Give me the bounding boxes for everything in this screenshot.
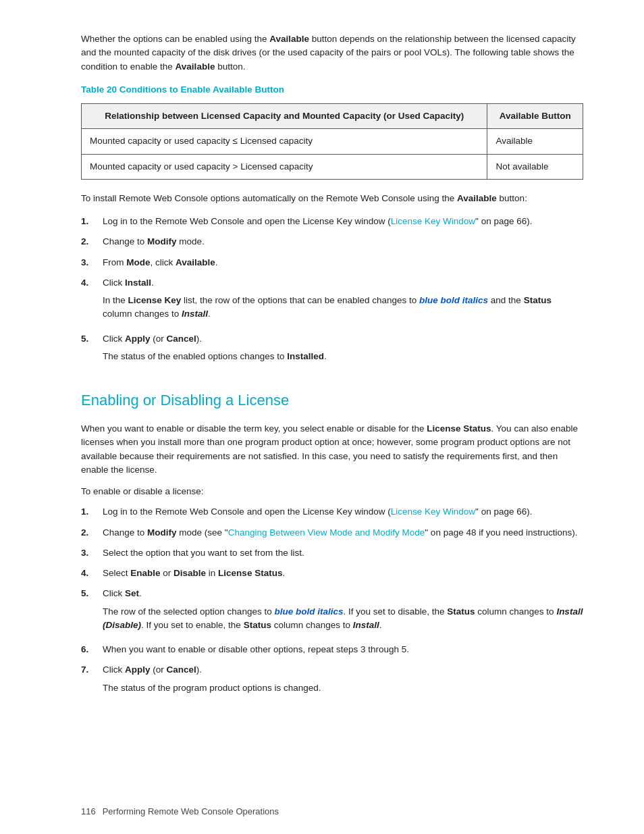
- table-title: Table 20 Conditions to Enable Available …: [81, 83, 583, 97]
- enable-step-content-3: Select the option that you want to set f…: [103, 546, 583, 560]
- license-key-window-link-1[interactable]: License Key Window: [391, 216, 475, 226]
- step-num-3: 3.: [81, 256, 100, 269]
- enable-step-6: 6. When you want to enable or disable ot…: [81, 643, 583, 656]
- install-intro-text2: button:: [497, 193, 527, 203]
- enable-step-7: 7. Click Apply (or Cancel). The status o…: [81, 663, 583, 699]
- step-content-2: Change to Modify mode.: [103, 235, 583, 249]
- enable-step-content-2: Change to Modify mode (see "Changing Bet…: [103, 526, 583, 540]
- section2-heading: Enabling or Disabling a License: [81, 389, 583, 411]
- changing-modes-link[interactable]: Changing Between View Mode and Modify Mo…: [228, 527, 425, 538]
- footer-page: 116: [81, 805, 96, 818]
- page: Whether the options can be enabled using…: [0, 0, 644, 834]
- enable-step-content-4: Select Enable or Disable in License Stat…: [103, 567, 583, 580]
- intro-text3: button.: [215, 61, 245, 72]
- step-num-1: 1.: [81, 215, 100, 228]
- enable-step-num-2: 2.: [81, 526, 100, 540]
- step-num-5: 5.: [81, 332, 100, 346]
- install-step-1: 1. Log in to the Remote Web Console and …: [81, 215, 583, 228]
- step-num-2: 2.: [81, 235, 100, 249]
- step-content-4: Click Install. In the License Key list, …: [103, 276, 583, 325]
- enable-step-content-6: When you want to enable or disable other…: [103, 643, 583, 656]
- table-col1-header: Relationship between Licensed Capacity a…: [82, 104, 487, 129]
- table-row: Mounted capacity or used capacity > Lice…: [82, 154, 583, 179]
- install-steps-list: 1. Log in to the Remote Web Console and …: [81, 215, 583, 367]
- footer-title: Performing Remote Web Console Operations: [103, 805, 279, 818]
- enable-step-4: 4. Select Enable or Disable in License S…: [81, 567, 583, 580]
- enable-step-num-4: 4.: [81, 567, 100, 580]
- table-col2-header: Available Button: [487, 104, 583, 129]
- intro-bold2: Available: [176, 61, 215, 72]
- enable-step-num-3: 3.: [81, 546, 100, 560]
- step-content-3: From Mode, click Available.: [103, 256, 583, 269]
- install-intro-text1: To install Remote Web Console options au…: [81, 193, 457, 203]
- install-intro: To install Remote Web Console options au…: [81, 192, 583, 205]
- install-step-2: 2. Change to Modify mode.: [81, 235, 583, 249]
- license-key-window-link-2[interactable]: License Key Window: [391, 506, 475, 517]
- enable-step-1: 1. Log in to the Remote Web Console and …: [81, 505, 583, 519]
- enable-step-num-6: 6.: [81, 643, 100, 656]
- step-num-4: 4.: [81, 276, 100, 290]
- enable-step-num-7: 7.: [81, 663, 100, 677]
- install-step-3: 3. From Mode, click Available.: [81, 256, 583, 269]
- blue-bold-italics-2: blue bold italics: [274, 606, 343, 617]
- enable-step-content-7: Click Apply (or Cancel). The status of t…: [103, 663, 583, 699]
- table-cell-row1-col1: Mounted capacity or used capacity ≤ Lice…: [82, 129, 487, 154]
- table-cell-row2-col2: Not available: [487, 154, 583, 179]
- section2-intro: When you want to enable or disable the t…: [81, 422, 583, 477]
- table-row: Mounted capacity or used capacity ≤ Lice…: [82, 129, 583, 154]
- enable-step-2: 2. Change to Modify mode (see "Changing …: [81, 526, 583, 540]
- enable-step-num-5: 5.: [81, 587, 100, 600]
- table-cell-row1-col2: Available: [487, 129, 583, 154]
- enable-step-5: 5. Click Set. The row of the selected op…: [81, 587, 583, 636]
- table-cell-row2-col1: Mounted capacity or used capacity > Lice…: [82, 154, 487, 179]
- blue-bold-italics-1: blue bold italics: [419, 295, 488, 305]
- enable-step-3: 3. Select the option that you want to se…: [81, 546, 583, 560]
- intro-paragraph: Whether the options can be enabled using…: [81, 32, 583, 74]
- enable-step-num-1: 1.: [81, 505, 100, 519]
- install-step-5: 5. Click Apply (or Cancel). The status o…: [81, 332, 583, 368]
- intro-bold1: Available: [269, 34, 309, 44]
- install-intro-bold1: Available: [457, 193, 497, 203]
- footer: 116 Performing Remote Web Console Operat…: [0, 805, 644, 818]
- enable-steps-list: 1. Log in to the Remote Web Console and …: [81, 505, 583, 699]
- install-step-4: 4. Click Install. In the License Key lis…: [81, 276, 583, 325]
- intro-text1: Whether the options can be enabled using…: [81, 34, 269, 44]
- enable-step-content-1: Log in to the Remote Web Console and ope…: [103, 505, 583, 519]
- to-enable-text: To enable or disable a license:: [81, 485, 583, 498]
- step-content-5: Click Apply (or Cancel). The status of t…: [103, 332, 583, 368]
- conditions-table: Relationship between Licensed Capacity a…: [81, 103, 583, 180]
- step-content-1: Log in to the Remote Web Console and ope…: [103, 215, 583, 228]
- enable-step-content-5: Click Set. The row of the selected optio…: [103, 587, 583, 636]
